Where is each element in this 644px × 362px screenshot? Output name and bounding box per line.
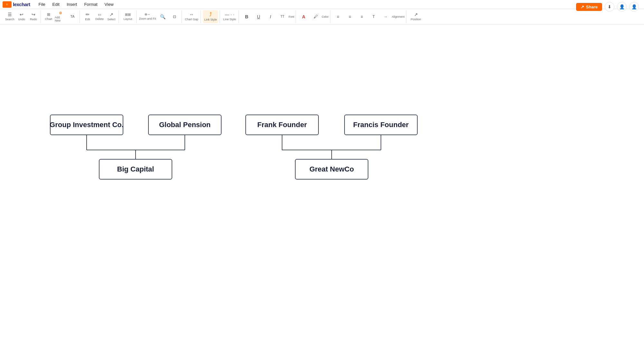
menu-format[interactable]: Format (81, 1, 100, 7)
toolbar-group-zoom: ⊕↔ Zoom and Fit 🔍 ⊡ (137, 10, 182, 23)
position-icon: ↗ (414, 12, 418, 17)
logo-icon: ≡ (3, 1, 12, 8)
text-add-button[interactable]: TA (67, 10, 78, 23)
underline-button[interactable]: U (253, 10, 264, 23)
undo-icon: ↩ (20, 12, 24, 17)
toolbar: ☰ Search ↩ Undo ↪ Redo ⊞ Chart ⊕ Add New… (0, 9, 644, 24)
redo-button[interactable]: ↪ Redo (28, 10, 39, 23)
font-size-button[interactable]: TT (277, 10, 288, 23)
bold-button[interactable]: B (241, 10, 252, 23)
link-style-icon: ⤴ (209, 12, 212, 17)
text-flow-button[interactable]: → (380, 10, 392, 23)
line-style-icon: — · · (225, 12, 234, 17)
italic-button[interactable]: I (265, 10, 276, 23)
zoom-fit-icon: ⊕↔ (145, 13, 150, 16)
toolbar-group-font: B U I TT Font (240, 10, 296, 23)
valign-icon: T (373, 15, 375, 19)
chart-icon: ⊞ (47, 13, 50, 16)
toolbar-group-linkstyle: ⤴ Link Style (202, 10, 220, 23)
node-francis-founder[interactable]: Francis Founder (344, 115, 418, 135)
chart-connectors (0, 24, 644, 362)
top-right-actions: ↗ Share ⬇ 👤 👤 (576, 2, 639, 12)
add-user-button[interactable]: 👤 (617, 2, 627, 12)
add-new-icon: ⊕ (59, 11, 62, 15)
share-button[interactable]: ↗ Share (576, 3, 602, 11)
delete-icon: ▭ (98, 13, 101, 16)
bold-icon: B (245, 14, 248, 19)
italic-icon: I (270, 14, 271, 19)
chart-button[interactable]: ⊞ Chart (43, 10, 54, 23)
position-button[interactable]: ↗ Position (408, 10, 424, 23)
menu-file[interactable]: File (35, 1, 49, 7)
node-global-pension[interactable]: Global Pension (148, 115, 222, 135)
delete-button[interactable]: ▭ Delete (94, 10, 105, 23)
node-group-investment[interactable]: Group Investment Co. (50, 115, 123, 135)
toolbar-group-linestyle: — · · Line Style (221, 10, 239, 23)
share-icon: ↗ (581, 5, 584, 9)
add-new-button[interactable]: ⊕ Add New (55, 10, 66, 23)
menu-edit[interactable]: Edit (49, 1, 63, 7)
undo-button[interactable]: ↩ Undo (16, 10, 27, 23)
highlight-icon: 🖊 (314, 14, 318, 19)
zoom-in-button[interactable]: 🔍 (157, 10, 168, 23)
zoom-out-button[interactable]: ⊡ (169, 10, 180, 23)
user-button[interactable]: 👤 (629, 2, 639, 12)
link-style-button[interactable]: ⤴ Link Style (203, 10, 218, 23)
toolbar-group-edit: ✏ Edit ▭ Delete ↗ Select (80, 10, 119, 23)
valign-button[interactable]: T (368, 10, 380, 23)
toolbar-group-chartgap: ↔ Chart Gap (183, 10, 201, 23)
font-color-icon: A (302, 14, 305, 19)
toolbar-group-color: A 🖊 Color (297, 10, 330, 23)
text-flow-icon: → (384, 15, 388, 19)
font-color-button[interactable]: A (298, 10, 309, 23)
logo[interactable]: ≡ lexchart (3, 1, 30, 8)
search-icon: ☰ (8, 12, 12, 17)
chart-gap-button[interactable]: ↔ Chart Gap (184, 10, 199, 23)
edit-icon: ✏ (86, 12, 90, 17)
select-icon: ↗ (109, 12, 113, 17)
align-left-button[interactable]: ≡ (332, 10, 344, 23)
menu-items: File Edit Insert Format View (35, 1, 117, 7)
align-center-icon: ≡ (349, 15, 351, 19)
node-great-newco[interactable]: Great NewCo (295, 159, 368, 180)
toolbar-group-position: ↗ Position (407, 10, 425, 23)
select-button[interactable]: ↗ Select (106, 10, 117, 23)
logo-text: lexchart (13, 2, 30, 7)
toolbar-group-chart: ⊞ Chart ⊕ Add New TA (42, 10, 80, 23)
toolbar-group-layout: ⊞⊞ Layout (119, 10, 137, 23)
menu-bar: ≡ lexchart File Edit Insert Format View (0, 0, 644, 9)
layout-icon: ⊞⊞ (125, 13, 131, 16)
text-add-icon: TA (70, 15, 74, 18)
toolbar-group-alignment: ≡ ≡ ≡ T → Alignment (331, 10, 406, 23)
search-button[interactable]: ☰ Search (4, 10, 15, 23)
chart-gap-icon: ↔ (189, 12, 194, 17)
highlight-button[interactable]: 🖊 (310, 10, 321, 23)
redo-icon: ↪ (32, 12, 35, 17)
menu-view[interactable]: View (101, 1, 117, 7)
node-big-capital[interactable]: Big Capital (99, 159, 172, 180)
share-label: Share (586, 5, 598, 9)
align-left-icon: ≡ (337, 15, 339, 19)
align-center-button[interactable]: ≡ (344, 10, 356, 23)
zoom-fit-button[interactable]: ⊕↔ Zoom and Fit (138, 10, 156, 23)
download-button[interactable]: ⬇ (605, 2, 614, 12)
line-style-button[interactable]: — · · Line Style (222, 10, 237, 23)
align-right-icon: ≡ (361, 15, 363, 19)
align-right-button[interactable]: ≡ (356, 10, 368, 23)
edit-button[interactable]: ✏ Edit (82, 10, 93, 23)
canvas[interactable]: Group Investment Co. Global Pension Big … (0, 24, 644, 362)
node-frank-founder[interactable]: Frank Founder (245, 115, 319, 135)
zoom-out-icon: ⊡ (173, 15, 176, 19)
zoom-in-icon: 🔍 (160, 14, 166, 19)
menu-insert[interactable]: Insert (63, 1, 80, 7)
layout-button[interactable]: ⊞⊞ Layout (121, 10, 135, 23)
font-size-icon: TT (280, 15, 284, 18)
toolbar-group-search: ☰ Search ↩ Undo ↪ Redo (3, 10, 41, 23)
underline-icon: U (257, 14, 260, 19)
